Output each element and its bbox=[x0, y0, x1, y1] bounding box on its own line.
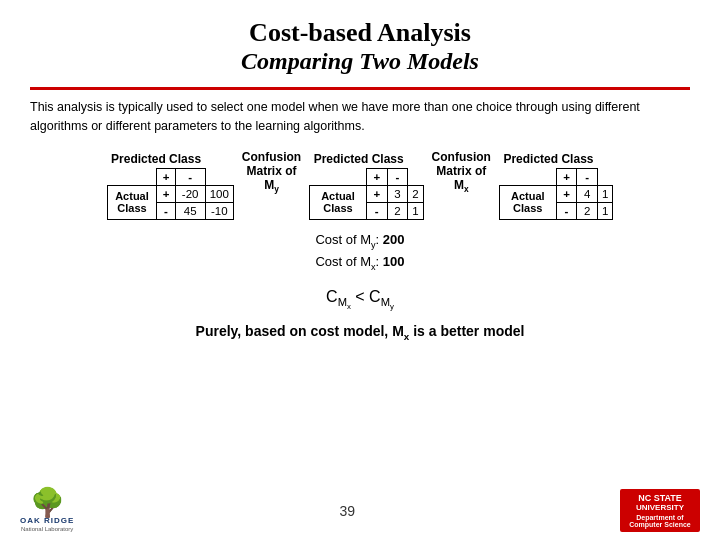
mx-val-nn: 1 bbox=[597, 202, 612, 219]
mx-val-pp: 4 bbox=[577, 185, 598, 202]
red-divider bbox=[30, 87, 690, 90]
footer: 🌳 OAK RIDGE National Laboratory 39 NC ST… bbox=[0, 489, 720, 532]
confusion-my-block: ConfusionMatrix ofMy bbox=[242, 150, 301, 195]
actual-class-label-my: ActualClass bbox=[310, 185, 367, 219]
cost-val-pp: -20 bbox=[175, 185, 205, 202]
page: Cost-based Analysis Comparing Two Models… bbox=[0, 0, 720, 540]
cost-row-minus: - bbox=[157, 202, 175, 219]
my-val-np: 2 bbox=[387, 202, 408, 219]
oak-tree-icon: 🌳 bbox=[30, 489, 65, 517]
cost-val-np: 45 bbox=[175, 202, 205, 219]
nc-state-line2: UNIVERSITY bbox=[628, 503, 692, 512]
oak-ridge-logo: 🌳 OAK RIDGE National Laboratory bbox=[20, 489, 74, 532]
cost-my-line: Cost of My: 200 bbox=[30, 230, 690, 252]
actual-class-label-cost: ActualClass bbox=[107, 185, 157, 219]
tables-container: Predicted Class + - ActualClass + -20 10… bbox=[30, 150, 690, 220]
cost-col-minus: - bbox=[175, 168, 205, 185]
confusion-my-label: ConfusionMatrix ofMy bbox=[242, 150, 301, 195]
oak-ridge-subtext: National Laboratory bbox=[21, 526, 73, 532]
cost-note: Cost of My: 200 Cost of Mx: 100 bbox=[30, 230, 690, 274]
confusion-mx-table: Predicted Class + - ActualClass + 4 1 bbox=[499, 150, 613, 220]
predicted-class-header-mx: Predicted Class bbox=[499, 150, 597, 169]
confusion-mx-block: ConfusionMatrix ofMx bbox=[432, 150, 491, 195]
mx-col-plus: + bbox=[556, 168, 577, 185]
mx-val-np: 2 bbox=[577, 202, 598, 219]
my-val-pp: 3 bbox=[387, 185, 408, 202]
cost-matrix-section: Predicted Class + - ActualClass + -20 10… bbox=[107, 150, 234, 220]
predicted-class-header-my: Predicted Class bbox=[310, 150, 408, 169]
nc-state-line1: NC STATE bbox=[628, 493, 692, 503]
mx-row-plus: + bbox=[556, 185, 577, 202]
nc-state-logo: NC STATE UNIVERSITY Department of Comput… bbox=[620, 489, 700, 532]
conclusion: Purely, based on cost model, Mx is a bet… bbox=[30, 323, 690, 342]
confusion-my-table: Predicted Class + - ActualClass + 3 2 bbox=[309, 150, 423, 220]
predicted-class-header-cost: Predicted Class bbox=[107, 150, 205, 169]
my-col-minus: - bbox=[387, 168, 408, 185]
confusion-mx-section: Predicted Class + - ActualClass + 4 1 bbox=[499, 150, 613, 220]
mx-row-minus: - bbox=[556, 202, 577, 219]
my-col-plus: + bbox=[366, 168, 387, 185]
my-val-nn: 1 bbox=[408, 202, 423, 219]
cost-val-pn: 100 bbox=[205, 185, 233, 202]
confusion-mx-label: ConfusionMatrix ofMx bbox=[432, 150, 491, 195]
my-row-minus: - bbox=[366, 202, 387, 219]
title-section: Cost-based Analysis Comparing Two Models bbox=[30, 18, 690, 75]
title-main: Cost-based Analysis bbox=[30, 18, 690, 48]
my-val-pn: 2 bbox=[408, 185, 423, 202]
formula: CMx < CMy bbox=[30, 288, 690, 311]
cost-matrix-table: Predicted Class + - ActualClass + -20 10… bbox=[107, 150, 234, 220]
mx-col-minus: - bbox=[577, 168, 598, 185]
nc-state-dept: Department of Computer Science bbox=[628, 514, 692, 528]
title-sub: Comparing Two Models bbox=[30, 48, 690, 75]
cost-mx-line: Cost of Mx: 100 bbox=[30, 252, 690, 274]
my-row-plus: + bbox=[366, 185, 387, 202]
actual-class-label-mx: ActualClass bbox=[499, 185, 556, 219]
description: This analysis is typically used to selec… bbox=[30, 98, 690, 136]
page-number: 39 bbox=[339, 503, 355, 519]
oak-ridge-text: OAK RIDGE bbox=[20, 517, 74, 526]
cost-row-plus: + bbox=[157, 185, 175, 202]
mx-val-pn: 1 bbox=[597, 185, 612, 202]
cost-col-plus: + bbox=[157, 168, 175, 185]
cost-val-nn: -10 bbox=[205, 202, 233, 219]
confusion-my-section: Predicted Class + - ActualClass + 3 2 bbox=[309, 150, 423, 220]
